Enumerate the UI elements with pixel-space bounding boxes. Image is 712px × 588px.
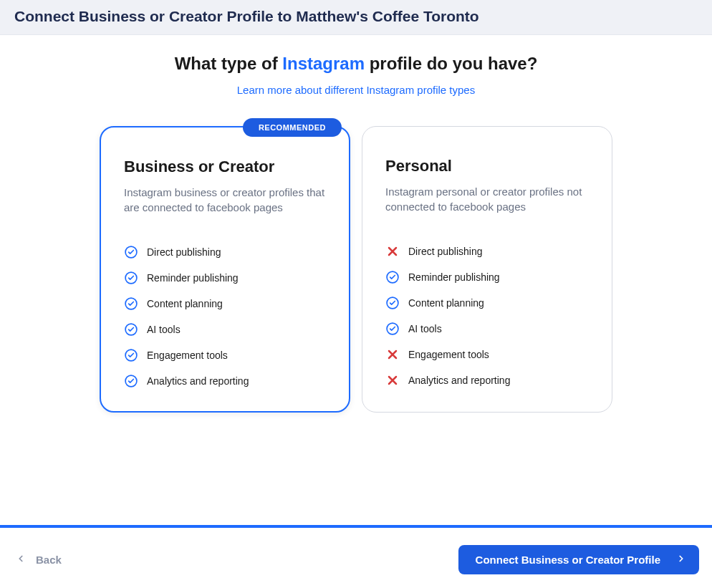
feature-label: Content planning bbox=[408, 297, 484, 309]
cross-icon bbox=[385, 244, 400, 259]
back-label: Back bbox=[36, 554, 62, 566]
card-title: Personal bbox=[385, 157, 589, 175]
feature-list-business: Direct publishingReminder publishingCont… bbox=[124, 245, 326, 388]
feature-label: Reminder publishing bbox=[147, 272, 239, 284]
feature-item: Reminder publishing bbox=[124, 271, 326, 285]
check-circle-icon bbox=[385, 296, 400, 310]
feature-item: Analytics and reporting bbox=[124, 374, 326, 388]
check-circle-icon bbox=[124, 297, 138, 311]
recommended-badge: RECOMMENDED bbox=[243, 118, 342, 137]
feature-label: Reminder publishing bbox=[408, 271, 500, 283]
chevron-left-icon bbox=[16, 554, 26, 566]
feature-item: Direct publishing bbox=[124, 245, 326, 259]
feature-label: Analytics and reporting bbox=[147, 375, 249, 387]
feature-label: AI tools bbox=[147, 324, 181, 335]
main-content: What type of Instagram profile do you ha… bbox=[0, 35, 712, 413]
feature-item: Engagement tools bbox=[385, 347, 589, 362]
feature-label: AI tools bbox=[408, 323, 442, 334]
check-circle-icon bbox=[124, 245, 138, 259]
check-circle-icon bbox=[385, 270, 400, 284]
profile-type-question: What type of Instagram profile do you ha… bbox=[0, 54, 712, 74]
check-circle-icon bbox=[124, 374, 138, 388]
feature-label: Engagement tools bbox=[408, 349, 489, 360]
feature-label: Engagement tools bbox=[147, 350, 228, 361]
card-business-creator[interactable]: RECOMMENDED Business or Creator Instagra… bbox=[100, 126, 350, 413]
check-circle-icon bbox=[124, 348, 138, 362]
page-header: Connect Business or Creator Profile to M… bbox=[0, 0, 712, 35]
card-description: Instagram business or creator profiles t… bbox=[124, 185, 326, 215]
learn-more-link[interactable]: Learn more about different Instagram pro… bbox=[237, 84, 475, 96]
back-button[interactable]: Back bbox=[13, 549, 64, 570]
feature-label: Analytics and reporting bbox=[408, 375, 510, 386]
page-title: Connect Business or Creator Profile to M… bbox=[14, 8, 698, 25]
feature-item: AI tools bbox=[385, 322, 589, 336]
profile-type-cards: RECOMMENDED Business or Creator Instagra… bbox=[0, 126, 712, 413]
check-circle-icon bbox=[124, 271, 138, 285]
feature-item: Content planning bbox=[385, 296, 589, 310]
progress-bar bbox=[0, 525, 712, 528]
feature-list-personal: Direct publishingReminder publishingCont… bbox=[385, 244, 589, 387]
cross-icon bbox=[385, 373, 400, 387]
feature-item: Reminder publishing bbox=[385, 270, 589, 284]
question-suffix: profile do you have? bbox=[365, 54, 537, 73]
cross-icon bbox=[385, 347, 400, 362]
feature-item: Direct publishing bbox=[385, 244, 589, 259]
feature-label: Direct publishing bbox=[147, 246, 221, 258]
feature-item: AI tools bbox=[124, 322, 326, 337]
chevron-right-icon bbox=[676, 554, 686, 566]
card-title: Business or Creator bbox=[124, 158, 326, 176]
feature-item: Content planning bbox=[124, 297, 326, 311]
connect-label: Connect Business or Creator Profile bbox=[476, 554, 660, 566]
check-circle-icon bbox=[385, 322, 400, 336]
check-circle-icon bbox=[124, 322, 138, 337]
card-description: Instagram personal or creator profiles n… bbox=[385, 184, 589, 214]
connect-button[interactable]: Connect Business or Creator Profile bbox=[458, 545, 699, 574]
feature-item: Analytics and reporting bbox=[385, 373, 589, 387]
card-personal[interactable]: Personal Instagram personal or creator p… bbox=[362, 126, 612, 413]
feature-label: Content planning bbox=[147, 298, 223, 309]
feature-item: Engagement tools bbox=[124, 348, 326, 362]
question-brand: Instagram bbox=[282, 54, 365, 73]
feature-label: Direct publishing bbox=[408, 246, 483, 257]
footer-bar: Back Connect Business or Creator Profile bbox=[0, 531, 712, 588]
question-prefix: What type of bbox=[175, 54, 283, 73]
